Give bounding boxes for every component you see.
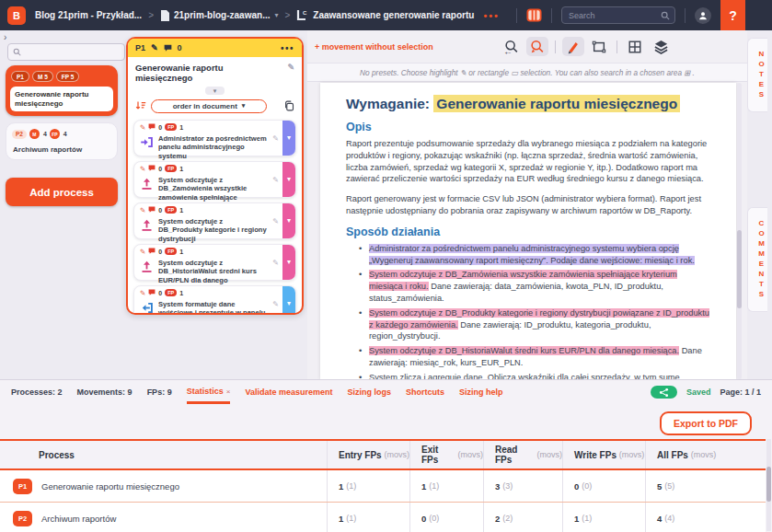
comment-icon[interactable] [148,248,156,255]
global-search[interactable] [561,6,675,24]
comment-icon[interactable] [164,44,172,52]
breadcrumb-document[interactable]: 21prim-blog-zaawan... [174,10,270,20]
edit-icon[interactable]: ✎ [272,217,279,226]
fp-badge: FP [165,289,177,296]
breadcrumb-project[interactable]: Blog 21prim - Przykład... [35,10,142,20]
close-icon[interactable]: × [226,387,231,396]
expand-chevron-icon[interactable]: ▾ [282,245,295,280]
breadcrumb-process[interactable]: Zaawansowane generowanie raportu [313,10,474,20]
edit-icon[interactable]: ✎ [272,176,279,184]
add-movement-link[interactable]: + movement without selection [315,42,433,52]
edit-pencil-icon[interactable]: ✎ [140,165,145,173]
comment-icon[interactable] [148,289,156,296]
edit-pencil-icon[interactable]: ✎ [151,43,158,52]
process-sidebar: › P1 M 5 FP 5 Generowanie raportu miesię… [0,30,123,379]
edit-pencil-icon[interactable]: ✎ [140,289,145,297]
edit-icon[interactable]: ✎ [272,300,279,308]
tab-sizing-help[interactable]: Sizing help [459,387,503,397]
tab-shortcuts[interactable]: Shortcuts [406,387,444,397]
process-icon: C [296,9,308,21]
table-row[interactable]: P1Generowanie raportu miesięcznego 1(1) … [0,470,766,503]
edit-pencil-icon[interactable]: ✎ [140,206,145,214]
table-row[interactable]: P2Archiwum raportów 1(1) 0(0) 2(2) 1(1) … [0,503,766,532]
expand-chevron-icon[interactable]: ▾ [282,286,295,313]
scrollbar-thumb[interactable] [737,230,742,308]
help-button[interactable]: ? [720,0,745,30]
divider [551,8,552,23]
edit-icon[interactable]: ✎ [272,259,279,267]
svg-text:C: C [303,10,307,16]
status-tabbar: Processes: 2 Movements: 9 FPs: 9 Statist… [0,380,772,404]
scrollbar-thumb[interactable] [766,467,771,502]
edit-icon[interactable]: ✎ [287,63,294,73]
entry-arrow-icon [140,135,154,149]
ellipsis-menu[interactable]: ••• [281,43,294,53]
sort-icon[interactable] [135,100,146,111]
chevron-down-icon[interactable]: ▾ [274,11,278,19]
tab-validate-measurement[interactable]: Validate measurement [245,387,332,397]
share-button[interactable] [651,386,677,399]
document-scrollbar[interactable] [737,83,742,379]
sidebar-process-p2[interactable]: P2 M 4 FP 4 Archiwum raportów [6,122,118,160]
table-header-row: Process Entry FPs (movs) Exit FPs (movs)… [0,441,766,470]
layers-icon[interactable] [650,37,672,56]
sidebar-process-p1[interactable]: P1 M 5 FP 5 Generowanie raportu miesięcz… [6,65,118,116]
sidebar-search-input[interactable] [24,47,120,58]
movement-list: ✎ 0 FP 1 Administrator za pośrednictwem … [128,118,302,313]
zoom-area-icon[interactable] [526,37,548,56]
ellipsis-menu[interactable]: ••• [483,10,500,21]
app-logo[interactable]: B [7,6,26,25]
comment-icon[interactable] [148,206,156,214]
grid-search-icon[interactable] [624,37,646,56]
behaviour-list: Administrator za pośrednictwem panelu ad… [346,243,710,379]
expand-chevron-icon[interactable]: ▾ [282,162,295,197]
divider [616,40,617,53]
breadcrumb-separator-icon: > [284,10,290,20]
read-arrow-icon [140,177,154,191]
rectangle-select-icon[interactable] [588,37,610,56]
movement-card-exit[interactable]: ✎ 0 FP 1 System formatuje dane wyjściowe… [133,285,296,313]
person-icon [697,10,709,21]
tab-sizing-logs[interactable]: Sizing logs [347,387,391,397]
document-viewer: + movement without selection +− [307,30,747,379]
add-process-button[interactable]: Add process [6,178,118,206]
toolbar-helper-text: No presets. Choose highlight ✎ or rectan… [307,63,747,82]
user-avatar[interactable] [695,7,711,24]
sort-order-dropdown[interactable]: order in document ▾ [151,99,267,113]
movement-card-read[interactable]: ✎ 0 FP 1 System odczytuje z DB_HistoriaW… [133,244,296,281]
table-scrollbar[interactable] [766,439,771,531]
movement-card-read[interactable]: ✎ 0 FP 1 System odczytuje z DB_Produkty … [133,202,296,239]
edit-pencil-icon[interactable]: ✎ [140,248,145,256]
process-name: Generowanie raportu miesięcznego [41,481,179,492]
paragraph: Raport prezentuje podsumowanie sprzedaży… [346,138,710,185]
breadcrumb-separator-icon: > [148,10,154,20]
divider [516,8,517,23]
share-icon [659,387,669,398]
process-id-badge: P1 [13,479,32,494]
comments-tab[interactable]: COMMENTS [747,207,767,312]
tab-statistics[interactable]: Statistics× [187,387,231,404]
comment-icon[interactable] [148,165,156,172]
edit-icon[interactable]: ✎ [272,134,279,143]
expand-chevron-icon[interactable]: ▾ [282,121,295,156]
edit-pencil-icon[interactable]: ✎ [140,123,145,132]
process-title: Generowanie raportu miesięcznego [135,63,273,84]
global-search-input[interactable] [567,10,661,21]
comment-icon[interactable] [148,123,156,131]
section-heading-sposob: Sposób działania [346,226,710,238]
export-to-pdf-button[interactable]: Export to PDF [660,411,752,435]
notes-tab[interactable]: NOTES [747,38,767,112]
expand-chevron-icon[interactable]: ▾ [282,203,295,238]
highlight-select-icon[interactable] [562,37,584,56]
copy-icon[interactable] [283,100,294,111]
zoom-icon[interactable]: +− [501,37,523,56]
fp-badge: FP [165,165,177,172]
sidebar-search[interactable] [7,43,125,61]
panel-toggle-icon[interactable] [526,7,542,23]
sidebar-collapse-icon[interactable]: › [4,32,6,42]
document-page[interactable]: Wymaganie: Generowanie raportu miesięczn… [320,83,736,379]
divider [555,40,556,53]
movement-card-entry[interactable]: ✎ 0 FP 1 Administrator za pośrednictwem … [133,120,296,156]
movement-card-read[interactable]: ✎ 0 FP 1 System odczytuje z DB_Zamówieni… [133,161,296,198]
collapse-chevron-icon[interactable]: ▾ [205,87,225,95]
